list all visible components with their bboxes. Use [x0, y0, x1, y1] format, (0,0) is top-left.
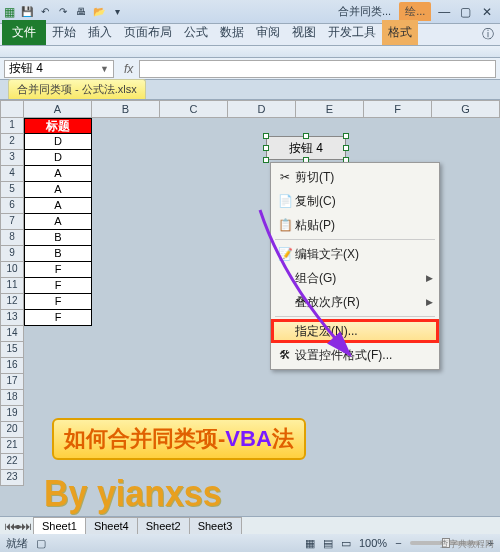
menu-format-control[interactable]: 🛠设置控件格式(F)...: [271, 343, 439, 367]
data-cell[interactable]: A: [24, 214, 92, 230]
view-layout-icon[interactable]: ▤: [323, 537, 333, 550]
col-header[interactable]: G: [432, 100, 500, 118]
chevron-down-icon[interactable]: ▼: [100, 64, 109, 74]
workbook-tab[interactable]: 合并同类项 - 公式法.xlsx: [8, 79, 146, 99]
view-normal-icon[interactable]: ▦: [305, 537, 315, 550]
data-cell[interactable]: F: [24, 262, 92, 278]
form-button-label: 按钮 4: [289, 141, 323, 155]
resize-handle[interactable]: [263, 133, 269, 139]
macro-record-icon[interactable]: ▢: [36, 537, 46, 550]
tab-data[interactable]: 数据: [214, 20, 250, 45]
menu-assign-macro[interactable]: 指定宏(N)...: [271, 319, 439, 343]
resize-handle[interactable]: [343, 133, 349, 139]
help-icon[interactable]: ⓘ: [476, 24, 500, 45]
data-cell[interactable]: F: [24, 278, 92, 294]
row-header[interactable]: 20: [0, 422, 24, 438]
paste-icon: 📋: [275, 218, 295, 232]
menu-cut[interactable]: ✂剪切(T): [271, 165, 439, 189]
row-header[interactable]: 5: [0, 182, 24, 198]
row-header[interactable]: 13: [0, 310, 24, 326]
maximize-icon[interactable]: ▢: [457, 5, 475, 19]
menu-edit-text[interactable]: 📝编辑文字(X): [271, 242, 439, 266]
resize-handle[interactable]: [303, 133, 309, 139]
row-header[interactable]: 18: [0, 390, 24, 406]
data-cell[interactable]: B: [24, 230, 92, 246]
data-cell[interactable]: B: [24, 246, 92, 262]
row-header[interactable]: 12: [0, 294, 24, 310]
row-header[interactable]: 2: [0, 134, 24, 150]
row-header[interactable]: 1: [0, 118, 24, 134]
data-cell[interactable]: A: [24, 198, 92, 214]
fx-icon[interactable]: fx: [118, 62, 139, 76]
print-icon[interactable]: 🖶: [73, 4, 89, 20]
row-header[interactable]: 6: [0, 198, 24, 214]
sheet-tab[interactable]: Sheet1: [33, 517, 86, 534]
row-header[interactable]: 4: [0, 166, 24, 182]
menu-order[interactable]: 叠放次序(R)▶: [271, 290, 439, 314]
menu-group[interactable]: 组合(G)▶: [271, 266, 439, 290]
tab-format-contextual[interactable]: 格式: [382, 20, 418, 45]
redo-icon[interactable]: ↷: [55, 4, 71, 20]
file-tab[interactable]: 文件: [2, 20, 46, 45]
save-icon[interactable]: 💾: [19, 4, 35, 20]
view-break-icon[interactable]: ▭: [341, 537, 351, 550]
col-header[interactable]: D: [228, 100, 296, 118]
select-all-corner[interactable]: [0, 100, 24, 118]
tab-review[interactable]: 审阅: [250, 20, 286, 45]
data-cell[interactable]: D: [24, 150, 92, 166]
data-cell[interactable]: A: [24, 166, 92, 182]
col-header[interactable]: A: [24, 100, 92, 118]
qat-more-icon[interactable]: ▾: [109, 4, 125, 20]
sheet-nav[interactable]: ⏮◀▶⏭: [0, 520, 34, 532]
col-header[interactable]: F: [364, 100, 432, 118]
status-bar: 就绪 ▢ ▦ ▤ ▭ 100% − + 查字典教程网: [0, 534, 500, 552]
close-icon[interactable]: ✕: [478, 5, 496, 19]
data-cell[interactable]: A: [24, 182, 92, 198]
resize-handle[interactable]: [343, 145, 349, 151]
data-cell[interactable]: F: [24, 310, 92, 326]
row-header[interactable]: 23: [0, 470, 24, 486]
minimize-icon[interactable]: ―: [435, 5, 453, 19]
window-controls: ― ▢ ✕: [435, 5, 496, 19]
row-header[interactable]: 7: [0, 214, 24, 230]
row-header[interactable]: 9: [0, 246, 24, 262]
menu-paste[interactable]: 📋粘贴(P): [271, 213, 439, 237]
row-header[interactable]: 16: [0, 358, 24, 374]
tab-insert[interactable]: 插入: [82, 20, 118, 45]
row-header[interactable]: 17: [0, 374, 24, 390]
col-header[interactable]: B: [92, 100, 160, 118]
row-header[interactable]: 3: [0, 150, 24, 166]
open-icon[interactable]: 📂: [91, 4, 107, 20]
row-header[interactable]: 21: [0, 438, 24, 454]
col-header[interactable]: C: [160, 100, 228, 118]
tab-formulas[interactable]: 公式: [178, 20, 214, 45]
menu-copy[interactable]: 📄复制(C): [271, 189, 439, 213]
row-header[interactable]: 22: [0, 454, 24, 470]
resize-handle[interactable]: [263, 145, 269, 151]
tab-page-layout[interactable]: 页面布局: [118, 20, 178, 45]
formula-bar-row: 按钮 4 ▼ fx: [0, 58, 500, 80]
name-box[interactable]: 按钮 4 ▼: [4, 60, 114, 78]
zoom-out-icon[interactable]: −: [395, 537, 401, 549]
row-header[interactable]: 10: [0, 262, 24, 278]
row-header[interactable]: 11: [0, 278, 24, 294]
cell-header[interactable]: 标题: [24, 118, 92, 134]
tab-developer[interactable]: 开发工具: [322, 20, 382, 45]
resize-handle[interactable]: [263, 157, 269, 163]
row-header[interactable]: 14: [0, 326, 24, 342]
tab-view[interactable]: 视图: [286, 20, 322, 45]
data-cell[interactable]: F: [24, 294, 92, 310]
undo-icon[interactable]: ↶: [37, 4, 53, 20]
sheet-tab[interactable]: Sheet3: [189, 517, 242, 534]
col-header[interactable]: E: [296, 100, 364, 118]
data-cell[interactable]: D: [24, 134, 92, 150]
tab-home[interactable]: 开始: [46, 20, 82, 45]
sheet-tab[interactable]: Sheet2: [137, 517, 190, 534]
row-header[interactable]: 19: [0, 406, 24, 422]
zoom-value[interactable]: 100%: [359, 537, 387, 549]
row-header[interactable]: 15: [0, 342, 24, 358]
sheet-tab[interactable]: Sheet4: [85, 517, 138, 534]
form-button[interactable]: 按钮 4: [266, 136, 346, 160]
row-header[interactable]: 8: [0, 230, 24, 246]
formula-bar[interactable]: [139, 60, 496, 78]
